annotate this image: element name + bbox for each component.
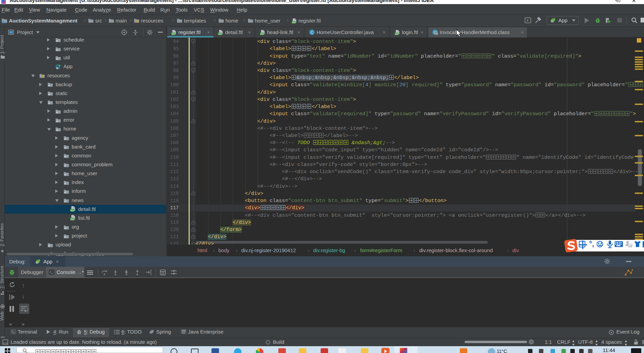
- svg-text:<>: <>: [395, 33, 399, 35]
- svg-text:<>: <>: [71, 209, 74, 212]
- svg-text:<>: <>: [172, 33, 175, 35]
- svg-text:EE: EE: [182, 332, 186, 334]
- svg-text:<>: <>: [219, 33, 222, 35]
- svg-text:<>: <>: [292, 21, 296, 24]
- svg-text:<>: <>: [71, 218, 74, 221]
- svg-text:<>: <>: [261, 33, 264, 35]
- svg-text:15: 15: [629, 244, 632, 247]
- svg-text:C: C: [311, 30, 313, 34]
